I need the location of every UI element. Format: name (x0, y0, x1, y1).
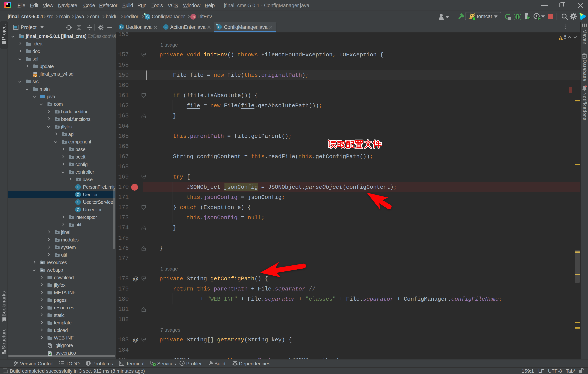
svg-text:C: C (77, 185, 79, 189)
svg-text:C: C (77, 200, 79, 204)
svg-text:C: C (77, 192, 79, 197)
svg-text:SQL: SQL (33, 75, 37, 77)
svg-text:C: C (77, 208, 79, 212)
